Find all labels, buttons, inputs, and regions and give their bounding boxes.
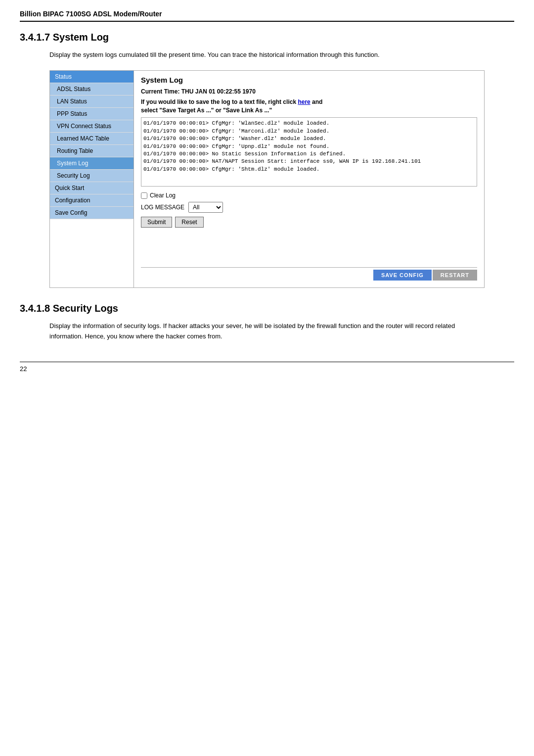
- sidebar-item-vpn-status[interactable]: VPN Connect Status: [50, 120, 134, 133]
- section-317-heading: 3.4.1.7 System Log: [20, 32, 514, 43]
- save-config-button[interactable]: SAVE CONFIG: [373, 270, 432, 281]
- submit-button[interactable]: Submit: [141, 217, 172, 228]
- sidebar: Status ADSL Status LAN Status PPP Status…: [50, 71, 134, 288]
- section-318: 3.4.1.8 Security Logs Display the inform…: [20, 303, 514, 342]
- sidebar-item-status[interactable]: Status: [50, 71, 134, 83]
- save-link-instructions: select "Save Target As ..." or "Save Lin…: [141, 107, 272, 114]
- sidebar-item-configuration[interactable]: Configuration: [50, 194, 134, 207]
- save-link-and: and: [311, 98, 323, 105]
- page-header: Billion BIPAC 7100SG ADSL Modem/Router: [20, 10, 514, 22]
- save-link-prefix: If you would like to save the log to a t…: [141, 98, 298, 105]
- log-message-row: LOG MESSAGE All System Security: [141, 202, 477, 213]
- sidebar-item-system-log[interactable]: System Log: [50, 157, 134, 170]
- router-ui: Status ADSL Status LAN Status PPP Status…: [49, 70, 485, 288]
- sidebar-item-adsl-status[interactable]: ADSL Status: [50, 83, 134, 95]
- page-number: 22: [20, 365, 27, 373]
- sidebar-item-learned-mac[interactable]: Learned MAC Table: [50, 133, 134, 145]
- sidebar-item-quick-start[interactable]: Quick Start: [50, 182, 134, 194]
- reset-button[interactable]: Reset: [175, 217, 203, 228]
- main-panel: System Log Current Time: THU JAN 01 00:2…: [134, 71, 484, 288]
- clear-log-row: Clear Log: [141, 192, 477, 199]
- bottom-bar: SAVE CONFIG RESTART: [141, 267, 477, 283]
- button-row: Submit Reset: [141, 217, 477, 228]
- panel-title: System Log: [141, 76, 477, 84]
- log-message-label: LOG MESSAGE: [141, 204, 184, 211]
- section-318-heading: 3.4.1.8 Security Logs: [20, 303, 514, 314]
- section-318-desc: Display the information of security logs…: [49, 321, 485, 342]
- sidebar-item-ppp-status[interactable]: PPP Status: [50, 108, 134, 120]
- current-time: Current Time: THU JAN 01 00:22:55 1970: [141, 88, 477, 95]
- header-title: Billion BIPAC 7100SG ADSL Modem/Router: [20, 10, 162, 18]
- clear-log-label[interactable]: Clear Log: [150, 192, 176, 199]
- sidebar-item-save-config[interactable]: Save Config: [50, 207, 134, 219]
- log-textarea[interactable]: 01/01/1970 00:00:01> CfgMgr: 'WlanSec.dl…: [141, 117, 477, 187]
- section-317: 3.4.1.7 System Log Display the system lo…: [20, 32, 514, 288]
- save-link-text: If you would like to save the log to a t…: [141, 98, 477, 115]
- page-footer: 22: [20, 362, 514, 373]
- clear-log-checkbox[interactable]: [141, 192, 147, 199]
- sidebar-item-security-log[interactable]: Security Log: [50, 170, 134, 182]
- log-message-select[interactable]: All System Security: [188, 202, 223, 213]
- section-317-desc: Display the system logs cumulated till t…: [49, 50, 485, 60]
- save-link-here[interactable]: here: [298, 98, 310, 105]
- sidebar-item-routing-table[interactable]: Routing Table: [50, 145, 134, 157]
- restart-button[interactable]: RESTART: [433, 270, 477, 281]
- sidebar-item-lan-status[interactable]: LAN Status: [50, 95, 134, 108]
